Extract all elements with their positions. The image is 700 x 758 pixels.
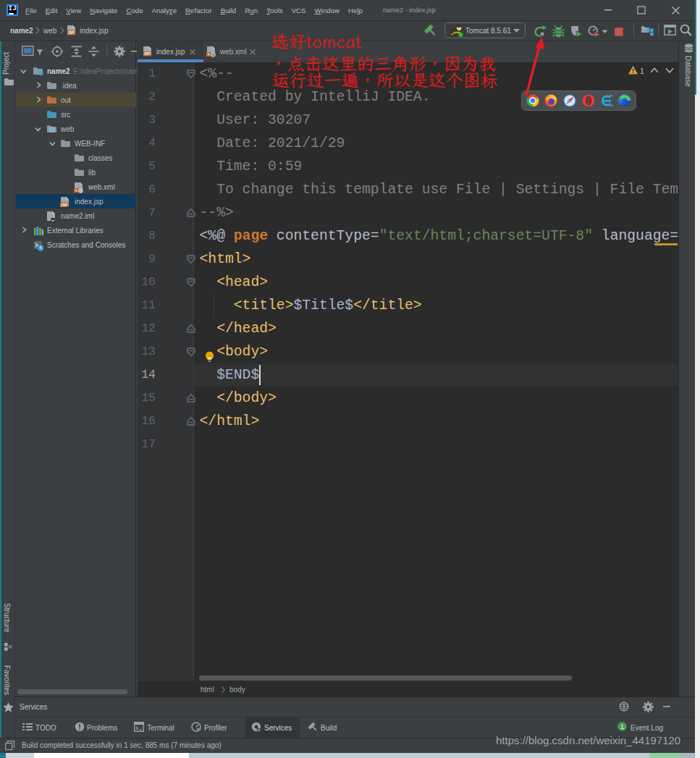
svg-text:1: 1 xyxy=(620,723,624,730)
